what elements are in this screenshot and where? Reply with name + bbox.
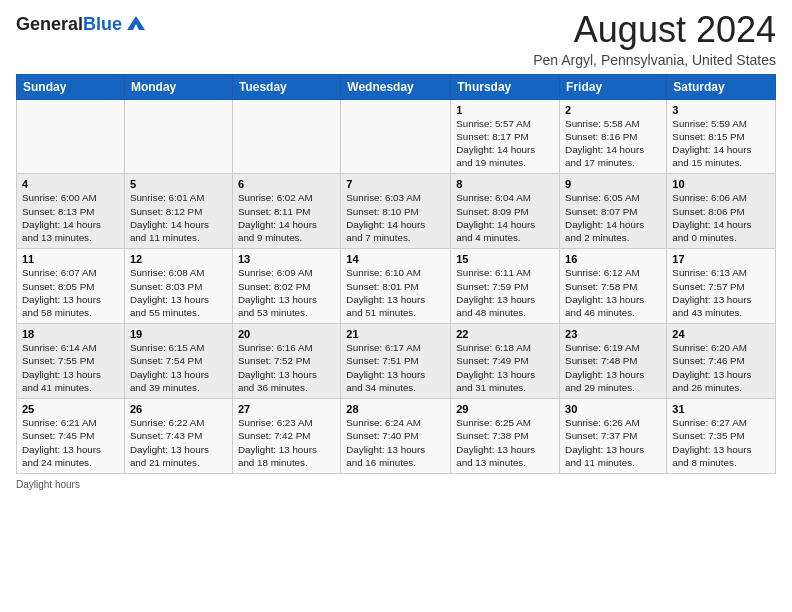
day-info: Sunrise: 6:07 AM Sunset: 8:05 PM Dayligh… [22, 266, 119, 319]
calendar-cell [17, 99, 125, 174]
day-info: Sunrise: 6:25 AM Sunset: 7:38 PM Dayligh… [456, 416, 554, 469]
calendar-cell: 14Sunrise: 6:10 AM Sunset: 8:01 PM Dayli… [341, 249, 451, 324]
day-number: 13 [238, 253, 335, 265]
subtitle: Pen Argyl, Pennsylvania, United States [533, 52, 776, 68]
day-info: Sunrise: 6:00 AM Sunset: 8:13 PM Dayligh… [22, 191, 119, 244]
calendar-cell: 16Sunrise: 6:12 AM Sunset: 7:58 PM Dayli… [560, 249, 667, 324]
day-number: 23 [565, 328, 661, 340]
day-number: 16 [565, 253, 661, 265]
day-of-week-header: Wednesday [341, 74, 451, 99]
day-info: Sunrise: 6:20 AM Sunset: 7:46 PM Dayligh… [672, 341, 770, 394]
calendar-cell: 9Sunrise: 6:05 AM Sunset: 8:07 PM Daylig… [560, 174, 667, 249]
day-info: Sunrise: 6:17 AM Sunset: 7:51 PM Dayligh… [346, 341, 445, 394]
generalblue-icon [125, 12, 147, 34]
day-number: 18 [22, 328, 119, 340]
calendar-cell: 21Sunrise: 6:17 AM Sunset: 7:51 PM Dayli… [341, 324, 451, 399]
title-block: August 2024 Pen Argyl, Pennsylvania, Uni… [533, 10, 776, 68]
calendar-cell: 3Sunrise: 5:59 AM Sunset: 8:15 PM Daylig… [667, 99, 776, 174]
calendar-header-row: SundayMondayTuesdayWednesdayThursdayFrid… [17, 74, 776, 99]
day-of-week-header: Saturday [667, 74, 776, 99]
calendar-table: SundayMondayTuesdayWednesdayThursdayFrid… [16, 74, 776, 474]
calendar-cell: 10Sunrise: 6:06 AM Sunset: 8:06 PM Dayli… [667, 174, 776, 249]
day-of-week-header: Sunday [17, 74, 125, 99]
calendar-cell: 23Sunrise: 6:19 AM Sunset: 7:48 PM Dayli… [560, 324, 667, 399]
calendar-cell: 19Sunrise: 6:15 AM Sunset: 7:54 PM Dayli… [124, 324, 232, 399]
day-info: Sunrise: 6:26 AM Sunset: 7:37 PM Dayligh… [565, 416, 661, 469]
day-info: Sunrise: 6:11 AM Sunset: 7:59 PM Dayligh… [456, 266, 554, 319]
day-info: Sunrise: 6:21 AM Sunset: 7:45 PM Dayligh… [22, 416, 119, 469]
day-of-week-header: Friday [560, 74, 667, 99]
calendar-cell: 5Sunrise: 6:01 AM Sunset: 8:12 PM Daylig… [124, 174, 232, 249]
day-info: Sunrise: 6:23 AM Sunset: 7:42 PM Dayligh… [238, 416, 335, 469]
footer-note: Daylight hours [16, 479, 776, 490]
calendar-cell: 7Sunrise: 6:03 AM Sunset: 8:10 PM Daylig… [341, 174, 451, 249]
day-info: Sunrise: 6:06 AM Sunset: 8:06 PM Dayligh… [672, 191, 770, 244]
calendar-cell: 31Sunrise: 6:27 AM Sunset: 7:35 PM Dayli… [667, 399, 776, 474]
calendar-cell [232, 99, 340, 174]
day-number: 9 [565, 178, 661, 190]
day-of-week-header: Tuesday [232, 74, 340, 99]
day-info: Sunrise: 6:24 AM Sunset: 7:40 PM Dayligh… [346, 416, 445, 469]
logo-wordmark: GeneralBlue [16, 14, 122, 35]
day-info: Sunrise: 6:05 AM Sunset: 8:07 PM Dayligh… [565, 191, 661, 244]
calendar-week-row: 18Sunrise: 6:14 AM Sunset: 7:55 PM Dayli… [17, 324, 776, 399]
calendar-cell: 20Sunrise: 6:16 AM Sunset: 7:52 PM Dayli… [232, 324, 340, 399]
calendar-cell: 18Sunrise: 6:14 AM Sunset: 7:55 PM Dayli… [17, 324, 125, 399]
day-info: Sunrise: 6:14 AM Sunset: 7:55 PM Dayligh… [22, 341, 119, 394]
day-number: 14 [346, 253, 445, 265]
day-info: Sunrise: 6:09 AM Sunset: 8:02 PM Dayligh… [238, 266, 335, 319]
calendar-cell: 4Sunrise: 6:00 AM Sunset: 8:13 PM Daylig… [17, 174, 125, 249]
day-number: 5 [130, 178, 227, 190]
calendar-cell: 24Sunrise: 6:20 AM Sunset: 7:46 PM Dayli… [667, 324, 776, 399]
day-info: Sunrise: 6:03 AM Sunset: 8:10 PM Dayligh… [346, 191, 445, 244]
day-info: Sunrise: 6:10 AM Sunset: 8:01 PM Dayligh… [346, 266, 445, 319]
calendar-cell: 17Sunrise: 6:13 AM Sunset: 7:57 PM Dayli… [667, 249, 776, 324]
calendar-cell: 2Sunrise: 5:58 AM Sunset: 8:16 PM Daylig… [560, 99, 667, 174]
calendar-cell: 29Sunrise: 6:25 AM Sunset: 7:38 PM Dayli… [451, 399, 560, 474]
day-info: Sunrise: 6:01 AM Sunset: 8:12 PM Dayligh… [130, 191, 227, 244]
day-info: Sunrise: 6:08 AM Sunset: 8:03 PM Dayligh… [130, 266, 227, 319]
day-number: 31 [672, 403, 770, 415]
calendar-cell: 13Sunrise: 6:09 AM Sunset: 8:02 PM Dayli… [232, 249, 340, 324]
day-number: 7 [346, 178, 445, 190]
day-info: Sunrise: 6:12 AM Sunset: 7:58 PM Dayligh… [565, 266, 661, 319]
calendar-cell: 6Sunrise: 6:02 AM Sunset: 8:11 PM Daylig… [232, 174, 340, 249]
logo: GeneralBlue [16, 14, 147, 35]
calendar-cell: 27Sunrise: 6:23 AM Sunset: 7:42 PM Dayli… [232, 399, 340, 474]
day-info: Sunrise: 6:04 AM Sunset: 8:09 PM Dayligh… [456, 191, 554, 244]
day-number: 4 [22, 178, 119, 190]
calendar-cell: 11Sunrise: 6:07 AM Sunset: 8:05 PM Dayli… [17, 249, 125, 324]
logo-text: GeneralBlue [16, 14, 147, 35]
day-number: 26 [130, 403, 227, 415]
calendar-cell [124, 99, 232, 174]
calendar-week-row: 1Sunrise: 5:57 AM Sunset: 8:17 PM Daylig… [17, 99, 776, 174]
day-info: Sunrise: 6:22 AM Sunset: 7:43 PM Dayligh… [130, 416, 227, 469]
day-number: 11 [22, 253, 119, 265]
day-info: Sunrise: 6:27 AM Sunset: 7:35 PM Dayligh… [672, 416, 770, 469]
calendar-week-row: 25Sunrise: 6:21 AM Sunset: 7:45 PM Dayli… [17, 399, 776, 474]
calendar-cell: 22Sunrise: 6:18 AM Sunset: 7:49 PM Dayli… [451, 324, 560, 399]
calendar-cell: 28Sunrise: 6:24 AM Sunset: 7:40 PM Dayli… [341, 399, 451, 474]
day-number: 12 [130, 253, 227, 265]
day-number: 3 [672, 104, 770, 116]
calendar-cell: 1Sunrise: 5:57 AM Sunset: 8:17 PM Daylig… [451, 99, 560, 174]
day-number: 1 [456, 104, 554, 116]
day-info: Sunrise: 6:18 AM Sunset: 7:49 PM Dayligh… [456, 341, 554, 394]
day-number: 30 [565, 403, 661, 415]
day-number: 19 [130, 328, 227, 340]
day-number: 6 [238, 178, 335, 190]
page: GeneralBlue August 2024 Pen Argyl, Penns… [0, 0, 792, 498]
day-number: 22 [456, 328, 554, 340]
calendar-cell: 15Sunrise: 6:11 AM Sunset: 7:59 PM Dayli… [451, 249, 560, 324]
header: GeneralBlue August 2024 Pen Argyl, Penns… [16, 10, 776, 68]
day-info: Sunrise: 6:19 AM Sunset: 7:48 PM Dayligh… [565, 341, 661, 394]
calendar-cell: 25Sunrise: 6:21 AM Sunset: 7:45 PM Dayli… [17, 399, 125, 474]
day-info: Sunrise: 5:58 AM Sunset: 8:16 PM Dayligh… [565, 117, 661, 170]
day-number: 10 [672, 178, 770, 190]
calendar-cell: 12Sunrise: 6:08 AM Sunset: 8:03 PM Dayli… [124, 249, 232, 324]
day-info: Sunrise: 6:16 AM Sunset: 7:52 PM Dayligh… [238, 341, 335, 394]
day-number: 8 [456, 178, 554, 190]
day-number: 28 [346, 403, 445, 415]
day-info: Sunrise: 6:02 AM Sunset: 8:11 PM Dayligh… [238, 191, 335, 244]
day-number: 29 [456, 403, 554, 415]
